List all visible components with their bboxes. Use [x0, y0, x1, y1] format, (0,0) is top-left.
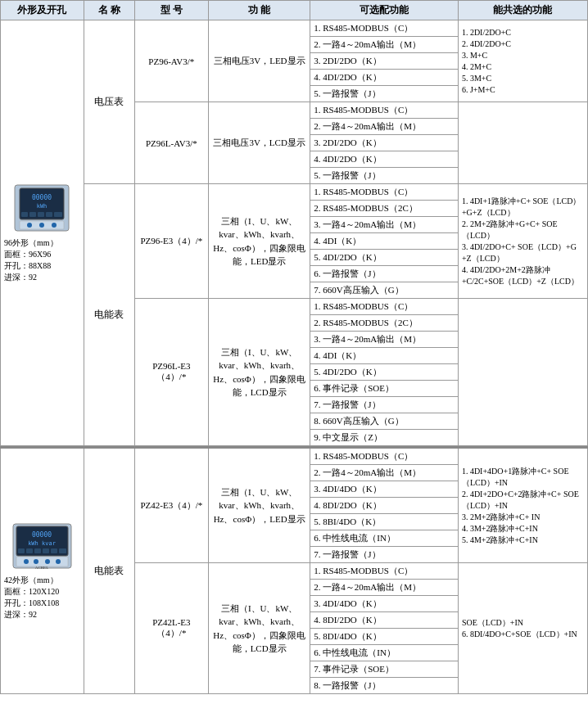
optional-cell: 1. RS485-MODBUS（C） — [310, 299, 459, 315]
device42-info: 42外形（mm）面框：120X120开孔：108X108进深：92 — [4, 575, 80, 620]
func-cell-42: 三相（I、U、kW、kvar、kWh、kvarh、Hz、cosΦ），四象限电能，… — [209, 563, 310, 694]
optional-cell: 5. 一路报警（J） — [310, 86, 459, 102]
shared-cell-42: 1. 4DI+4DO+1路脉冲+C+ SOE（LCD）+IN2. 4DI+2DO… — [458, 449, 587, 563]
header-col4: 功 能 — [209, 1, 310, 20]
svg-text:00000: 00000 — [32, 531, 52, 539]
optional-cell-42: 1. RS485-MODBUS（C） — [310, 449, 459, 465]
optional-cell-42: 4. 8DI/2DO（K） — [310, 612, 459, 629]
svg-rect-20 — [43, 548, 49, 553]
optional-cell-42: 5. 8DI/4DO（K） — [310, 629, 459, 645]
shared-cell-42: SOE（LCD）+IN6. 8DI/4DO+C+SOE（LCD）+IN — [458, 563, 587, 694]
svg-point-27 — [56, 559, 61, 564]
optional-cell-42: 7. 一路报警（J） — [310, 547, 459, 563]
svg-point-25 — [34, 559, 38, 564]
optional-cell-42: 6. 中性线电流（IN） — [310, 645, 459, 661]
svg-rect-6 — [38, 212, 44, 217]
device96-image: 00000 kWh 96外形（mm）面框：96X96开孔：88X88进深：92 — [1, 20, 84, 446]
device96-info: 96外形（mm）面框：96X96开孔：88X88进深：92 — [4, 237, 80, 283]
svg-text:kWh kvar: kWh kvar — [28, 540, 56, 547]
optional-cell-42: 7. 事件记录（SOE） — [310, 661, 459, 678]
svg-rect-21 — [51, 548, 57, 553]
optional-cell: 6. 事件记录（SOE） — [310, 381, 459, 397]
model-cell-42: PZ42L-E3（4）/* — [134, 563, 208, 694]
shared-cell-empty — [458, 102, 587, 184]
optional-cell: 3. 2DI/2DO（K） — [310, 53, 459, 70]
svg-point-24 — [24, 559, 29, 564]
optional-cell: 7. 一路报警（J） — [310, 397, 459, 413]
optional-cell: 4. 4DI/2DO（K） — [310, 70, 459, 86]
func-cell-42: 三相（I、U、kW、kvar、kWh、kvarh、Hz、cosΦ），LED显示 — [209, 449, 310, 563]
model-cell: PZ96-E3（4）/* — [134, 184, 208, 299]
svg-rect-18 — [26, 548, 33, 553]
optional-cell: 2. RS485-MODBUS（2C） — [310, 315, 459, 332]
optional-cell: 2. RS485-MODBUS（2C） — [310, 201, 459, 217]
svg-rect-7 — [46, 212, 52, 217]
optional-cell: 1. RS485-MODBUS（C） — [310, 102, 459, 119]
svg-rect-5 — [29, 212, 36, 217]
svg-text:kWh: kWh — [37, 203, 47, 210]
func-cell: 三相电压3V，LED显示 — [209, 20, 310, 102]
section-name-42: 电能表 — [84, 449, 134, 694]
optional-cell: 5. 4DI/2DO（K） — [310, 364, 459, 381]
optional-cell: 2. 一路4～20mA输出（M） — [310, 119, 459, 135]
svg-rect-22 — [59, 548, 66, 553]
svg-rect-17 — [18, 548, 25, 553]
func-cell: 三相电压3V，LCD显示 — [209, 102, 310, 184]
optional-cell-42: 4. 8DI/2DO（K） — [310, 498, 459, 514]
svg-point-12 — [52, 223, 57, 228]
func-cell: 三相（I、U、kW、kvar、kWh、kvarh、Hz、cosΦ），四象限电能，… — [209, 184, 310, 299]
optional-cell: 9. 中文显示（Z） — [310, 430, 459, 446]
svg-point-11 — [39, 223, 44, 228]
optional-cell: 5. 一路报警（J） — [310, 168, 459, 184]
svg-point-10 — [27, 223, 32, 228]
optional-cell: 3. 一路4～20mA输出（M） — [310, 332, 459, 348]
optional-cell-42: 8. 一路报警（J） — [310, 678, 459, 694]
optional-cell: 2. 一路4～20mA输出（M） — [310, 37, 459, 53]
optional-cell-42: 3. 4DI/4DO（K） — [310, 596, 459, 612]
section-name-96-energy: 电能表 — [84, 184, 134, 446]
model-cell: PZ96-AV3/* — [134, 20, 208, 102]
optional-cell-42: 2. 一路4～20mA输出（M） — [310, 580, 459, 596]
optional-cell: 4. 4DI（K） — [310, 348, 459, 364]
header-col2: 名 称 — [84, 1, 134, 20]
optional-cell: 3. 2DI/2DO（K） — [310, 135, 459, 151]
optional-cell-42: 2. 一路4～20mA输出（M） — [310, 465, 459, 481]
svg-point-26 — [45, 559, 50, 564]
optional-cell: 7. 660V高压输入（G） — [310, 282, 459, 299]
header-col3: 型 号 — [134, 1, 208, 20]
shared-cell-empty — [458, 299, 587, 446]
header-col5: 可选配功能 — [310, 1, 459, 20]
optional-cell: 1. RS485-MODBUS（C） — [310, 20, 459, 37]
main-table: 外形及开孔 名 称 型 号 功 能 可选配功能 能共选的功能 00000 kWh… — [0, 0, 588, 694]
svg-rect-19 — [34, 548, 41, 553]
optional-cell: 4. 4DI（K） — [310, 233, 459, 250]
section-name-96-voltage: 电压表 — [84, 20, 134, 184]
optional-cell: 4. 4DI/2DO（K） — [310, 151, 459, 168]
svg-text:ACREL: ACREL — [35, 566, 48, 570]
header-col6: 能共选的功能 — [458, 1, 587, 20]
shared-cell: 1. 4DI+1路脉冲+C+ SOE（LCD）+G+Z（LCD）2. 2M+2路… — [458, 184, 587, 299]
optional-cell: 3. 一路4～20mA输出（M） — [310, 217, 459, 233]
func-cell: 三相（I、U、kW、kvar、kWh、kvarh、Hz、cosΦ），四象限电能，… — [209, 299, 310, 446]
header-col1: 外形及开孔 — [1, 1, 84, 20]
shared-cell: 1. 2DI/2DO+C2. 4DI/2DO+C3. M+C4. 2M+C5. … — [458, 20, 587, 102]
optional-cell: 1. RS485-MODBUS（C） — [310, 184, 459, 201]
svg-rect-4 — [21, 212, 28, 217]
model-cell: PZ96L-E3（4）/* — [134, 299, 208, 446]
optional-cell-42: 3. 4DI/4DO（K） — [310, 481, 459, 498]
model-cell: PZ96L-AV3/* — [134, 102, 208, 184]
svg-rect-8 — [54, 212, 62, 217]
optional-cell: 8. 660V高压输入（G） — [310, 413, 459, 430]
optional-cell-42: 1. RS485-MODBUS（C） — [310, 563, 459, 580]
optional-cell: 5. 4DI/2DO（K） — [310, 250, 459, 266]
device42-image: 00000 kWh kvar ACREL 42外形（mm）面框：120X120开… — [1, 449, 84, 694]
optional-cell-42: 5. 8BI/4DO（K） — [310, 514, 459, 530]
model-cell-42: PZ42-E3（4）/* — [134, 449, 208, 563]
optional-cell: 6. 一路报警（J） — [310, 266, 459, 282]
svg-text:00000: 00000 — [32, 194, 52, 201]
optional-cell-42: 6. 中性线电流（IN） — [310, 530, 459, 547]
